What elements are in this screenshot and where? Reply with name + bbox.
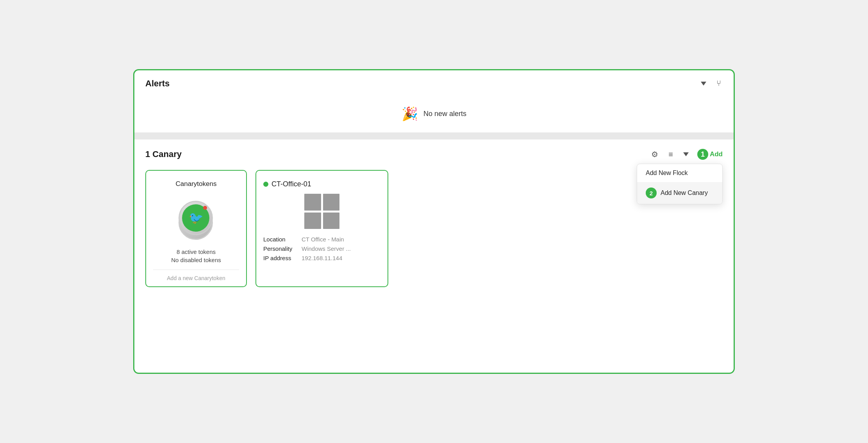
canary-section: 1 Canary ⚙ ≡ 1 Add: [134, 139, 734, 298]
token-coin-top: 🐦: [179, 201, 213, 235]
win-tile-1: [304, 194, 321, 211]
personality-value: Windows Server ...: [302, 245, 351, 252]
token-red-dot: [203, 206, 207, 210]
section-divider: [134, 132, 734, 139]
personality-label: Personality: [263, 245, 298, 252]
ip-row: IP address 192.168.11.144: [263, 255, 380, 261]
add-new-flock-label: Add New Flock: [646, 170, 688, 177]
alerts-branch-button[interactable]: ⑂: [715, 77, 723, 89]
win-tile-2: [323, 194, 340, 211]
win-tile-3: [304, 213, 321, 229]
canarytokens-card-title: Canarytokens: [176, 180, 217, 188]
online-status-dot: [263, 182, 268, 187]
ip-value: 192.168.11.144: [302, 255, 342, 261]
cards-row: Canarytokens 🐦: [145, 170, 723, 287]
gear-icon: ⚙: [651, 150, 658, 159]
add-badge: 1: [697, 149, 708, 160]
token-bird-emoji: 🐦: [189, 211, 203, 225]
canary-filter-button[interactable]: [682, 151, 690, 158]
alerts-title: Alerts: [145, 79, 170, 89]
alerts-filter-button[interactable]: [699, 80, 708, 87]
add-label: Add: [710, 150, 723, 158]
app-window: Alerts ⑂ 🎉 No new alerts 1 Canary ⚙: [133, 69, 735, 374]
location-label: Location: [263, 236, 298, 243]
personality-row: Personality Windows Server ...: [263, 245, 380, 252]
ct-office-title: CT-Office-01: [271, 180, 311, 188]
no-alerts-area: 🎉 No new alerts: [145, 95, 723, 132]
add-button[interactable]: 1 Add: [697, 149, 723, 160]
windows-icon-area: [263, 194, 380, 229]
win-tile-4: [323, 213, 340, 229]
canary-section-title: 1 Canary: [145, 149, 182, 159]
token-stack: 🐦: [173, 197, 220, 240]
add-dropdown-menu: Add New Flock 2 Add New Canary: [637, 164, 723, 204]
canarytokens-card: Canarytokens 🐦: [145, 170, 247, 287]
no-alerts-text: No new alerts: [423, 110, 466, 118]
canarytokens-image-area: 🐦: [173, 195, 220, 241]
ct-office-header: CT-Office-01: [263, 180, 380, 188]
settings-button[interactable]: ⚙: [650, 148, 660, 161]
ct-office-card: CT-Office-01 Location CT Office - Main: [255, 170, 388, 287]
location-row: Location CT Office - Main: [263, 236, 380, 243]
windows-icon: [304, 194, 339, 229]
location-value: CT Office - Main: [302, 236, 344, 243]
alerts-section: Alerts ⑂ 🎉 No new alerts: [134, 70, 734, 132]
canary-header: 1 Canary ⚙ ≡ 1 Add: [145, 148, 723, 161]
add-new-canary-item[interactable]: 2 Add New Canary: [637, 182, 722, 204]
alerts-header: Alerts ⑂: [145, 77, 723, 95]
canary-filter-icon: [683, 152, 689, 156]
layers-icon: ≡: [668, 150, 673, 159]
disabled-tokens-text: No disabled tokens: [171, 257, 221, 263]
canarytokens-info: 8 active tokens No disabled tokens: [171, 248, 221, 265]
alerts-icons: ⑂: [699, 77, 723, 89]
branch-icon: ⑂: [716, 79, 721, 88]
add-canarytoken-label: Add a new Canarytoken: [167, 275, 225, 281]
ip-label: IP address: [263, 255, 298, 261]
party-icon: 🎉: [402, 106, 418, 121]
filter-icon: [701, 82, 706, 86]
canary-header-actions: ⚙ ≡ 1 Add Add New Flock: [650, 148, 723, 161]
add-canary-badge: 2: [646, 188, 657, 198]
ct-office-details: Location CT Office - Main Personality Wi…: [263, 236, 380, 271]
active-tokens-text: 8 active tokens: [171, 248, 221, 255]
add-new-flock-item[interactable]: Add New Flock: [637, 164, 722, 182]
add-new-canary-label: Add New Canary: [661, 189, 708, 196]
layers-button[interactable]: ≡: [667, 148, 675, 161]
token-green-circle: 🐦: [182, 204, 209, 232]
add-canarytoken-footer[interactable]: Add a new Canarytoken: [153, 270, 239, 286]
